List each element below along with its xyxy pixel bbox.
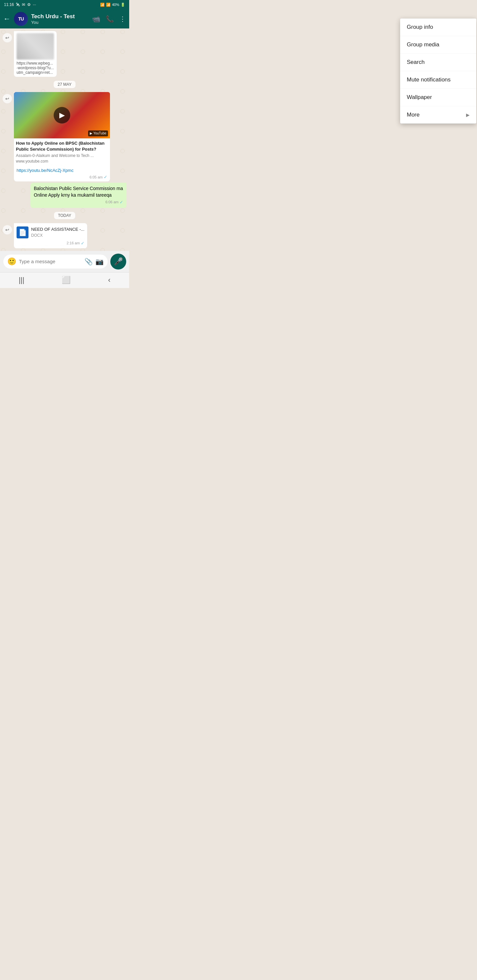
dropdown-overlay[interactable]: Group info Group media Search Mute notif…	[0, 0, 129, 288]
